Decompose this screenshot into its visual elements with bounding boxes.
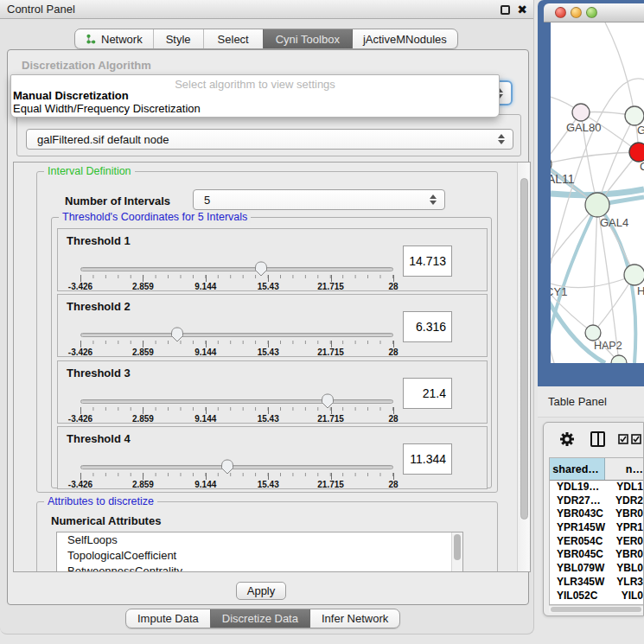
threshold-1-slider[interactable]: -3.426 2.859 9.144 15.43 21.715 28 bbox=[80, 260, 393, 291]
network-window-titlebar[interactable] bbox=[544, 3, 644, 22]
algorithm-group-title: Discretization Algorithm bbox=[22, 59, 151, 72]
tab-network[interactable]: Network bbox=[75, 29, 153, 48]
float-window-icon[interactable] bbox=[501, 5, 510, 15]
table-row[interactable]: YIL052CYIL0 bbox=[550, 590, 643, 603]
tab-infer-network-label: Infer Network bbox=[322, 612, 388, 625]
threshold-1-value-field[interactable] bbox=[403, 245, 452, 277]
slider-ticks bbox=[80, 406, 393, 414]
combo-arrows-icon bbox=[498, 134, 505, 144]
table-row[interactable]: YBL079WYBL0 bbox=[550, 562, 643, 576]
threshold-4-value-field[interactable] bbox=[403, 443, 452, 475]
threshold-3-panel: Threshold 3 bbox=[57, 360, 488, 424]
popup-item-equal-width-frequency[interactable]: Equal Width/Frequency Discretization bbox=[13, 102, 201, 115]
number-of-intervals-value: 5 bbox=[204, 194, 210, 207]
number-of-intervals-label: Number of Intervals bbox=[65, 194, 170, 207]
node-gal4[interactable] bbox=[585, 193, 609, 217]
split-columns-icon[interactable] bbox=[590, 431, 605, 447]
threshold-1-label: Threshold 1 bbox=[67, 234, 131, 247]
table-row[interactable]: YBR043CYBR0 bbox=[550, 507, 643, 521]
table-panel-window: shared… n… YDL19…YDL1 YDR27…YDR2 YBR043C… bbox=[543, 422, 644, 616]
tab-impute-data-label: Impute Data bbox=[137, 612, 199, 625]
zoom-traffic-light-icon[interactable] bbox=[586, 7, 597, 18]
interval-definition-title: Interval Definition bbox=[44, 165, 135, 177]
settings-scroll-area: Interval Definition Number of Intervals … bbox=[13, 162, 531, 572]
scrollbar-thumb[interactable] bbox=[520, 178, 528, 520]
slider-track[interactable] bbox=[80, 333, 393, 337]
slider-track[interactable] bbox=[80, 465, 393, 469]
apply-button[interactable]: Apply bbox=[236, 582, 286, 600]
node-clipped-right[interactable] bbox=[624, 265, 644, 285]
tab-style-label: Style bbox=[166, 33, 191, 46]
table-row[interactable]: YDL19…YDL1 bbox=[550, 481, 643, 494]
threshold-3-value-field[interactable] bbox=[403, 378, 452, 409]
slider-tick-labels: -3.426 2.859 9.144 15.43 21.715 28 bbox=[80, 348, 393, 358]
slider-ticks bbox=[80, 274, 393, 282]
close-icon[interactable]: ✖ bbox=[517, 2, 527, 17]
node-label-clipped-right: H bbox=[637, 284, 644, 297]
numerical-attributes-label: Numerical Attributes bbox=[51, 514, 161, 527]
network-icon bbox=[86, 34, 96, 45]
column-header-shared-name[interactable]: shared… bbox=[550, 458, 605, 480]
table-row[interactable]: YLR345WYLR3 bbox=[550, 576, 643, 590]
slider-ticks bbox=[80, 340, 393, 348]
table-row[interactable]: YPR145WYPR1 bbox=[550, 521, 643, 535]
tab-style[interactable]: Style bbox=[153, 29, 203, 48]
tab-network-label: Network bbox=[101, 33, 143, 46]
table-panel-titlebar: Table Panel bbox=[538, 386, 644, 418]
table-data-combo[interactable]: galFiltered.sif default node bbox=[26, 129, 513, 150]
popup-item-manual-discretization[interactable]: Manual Discretization bbox=[13, 89, 129, 102]
table-row[interactable]: YDR27…YDR2 bbox=[550, 494, 643, 508]
table-data-combo-value: galFiltered.sif default node bbox=[37, 133, 169, 146]
tab-impute-data[interactable]: Impute Data bbox=[126, 609, 210, 628]
control-panel-window: Control Panel ✖ Network Style Select bbox=[0, 0, 534, 634]
list-scrollbar[interactable] bbox=[451, 532, 462, 572]
close-traffic-light-icon[interactable] bbox=[555, 7, 566, 18]
tab-cyni-toolbox[interactable]: Cyni Toolbox bbox=[263, 29, 352, 48]
threshold-2-slider[interactable]: -3.426 2.859 9.144 15.43 21.715 28 bbox=[80, 326, 393, 357]
list-item[interactable]: BetweennessCentrality bbox=[57, 564, 462, 572]
minimize-traffic-light-icon[interactable] bbox=[571, 7, 582, 18]
slider-track[interactable] bbox=[80, 267, 393, 271]
table-row[interactable]: YBR045CYBR0 bbox=[550, 548, 643, 562]
control-panel-tabs: Network Style Select Cyni Toolbox jActiv… bbox=[74, 29, 458, 49]
node-attribute-table: shared… n… YDL19…YDL1 YDR27…YDR2 YBR043C… bbox=[549, 457, 643, 605]
node-gal80[interactable] bbox=[572, 104, 590, 121]
threshold-2-label: Threshold 2 bbox=[67, 300, 131, 313]
slider-track[interactable] bbox=[80, 399, 393, 404]
node-red-selected[interactable] bbox=[629, 143, 644, 162]
tab-cyni-toolbox-label: Cyni Toolbox bbox=[276, 33, 340, 46]
threshold-4-label: Threshold 4 bbox=[67, 432, 131, 445]
checkbox-checked-icon[interactable] bbox=[618, 434, 628, 444]
checkbox-checked-icon[interactable] bbox=[631, 434, 641, 444]
attributes-group: Attributes to discretize Numerical Attri… bbox=[36, 501, 498, 572]
slider-ticks bbox=[80, 472, 393, 480]
table-horizontal-scrollbar[interactable] bbox=[549, 605, 643, 613]
tab-discretize-data[interactable]: Discretize Data bbox=[210, 609, 309, 628]
control-panel-titlebar[interactable]: Control Panel ✖ bbox=[0, 0, 533, 19]
table-toolbar bbox=[544, 423, 643, 456]
scrollbar-thumb[interactable] bbox=[551, 607, 641, 612]
threshold-2-value-field[interactable] bbox=[403, 311, 452, 342]
list-item[interactable]: SelfLoops bbox=[57, 532, 462, 548]
network-canvas[interactable]: GAL80 GA C GAL11 GAL4 GCY1 H HAP2 bbox=[551, 22, 644, 363]
node-hap2[interactable] bbox=[585, 325, 601, 341]
tab-select[interactable]: Select bbox=[203, 29, 263, 48]
node-label-gal80: GAL80 bbox=[566, 121, 601, 134]
tab-infer-network[interactable]: Infer Network bbox=[309, 609, 399, 628]
settings-vertical-scrollbar[interactable] bbox=[517, 163, 530, 571]
column-header-name[interactable]: n… bbox=[605, 458, 643, 480]
list-item[interactable]: TopologicalCoefficient bbox=[57, 548, 462, 564]
tab-jactivemnodules[interactable]: jActiveMNodules bbox=[352, 29, 457, 48]
thresholds-group: Threshold's Coordinates for 5 Intervals … bbox=[51, 217, 492, 488]
node-label-clipped-top: GA bbox=[637, 124, 644, 137]
threshold-4-slider[interactable]: -3.426 2.859 9.144 15.43 21.715 28 bbox=[80, 458, 393, 489]
algorithm-dropdown-popup: Select algorithm to view settings Manual… bbox=[10, 74, 500, 118]
tab-jactivemnodules-label: jActiveMNodules bbox=[363, 33, 447, 46]
table-row[interactable]: YER054CYER0 bbox=[550, 535, 643, 549]
node-label-clipped-center: C bbox=[640, 160, 644, 173]
threshold-3-slider[interactable]: -3.426 2.859 9.144 15.43 21.715 28 bbox=[80, 392, 393, 424]
node-clipped-top[interactable] bbox=[625, 106, 644, 125]
gear-icon[interactable] bbox=[559, 431, 575, 447]
slider-tick-labels: -3.426 2.859 9.144 15.43 21.715 28 bbox=[80, 414, 393, 424]
number-of-intervals-combo[interactable]: 5 bbox=[193, 189, 445, 210]
